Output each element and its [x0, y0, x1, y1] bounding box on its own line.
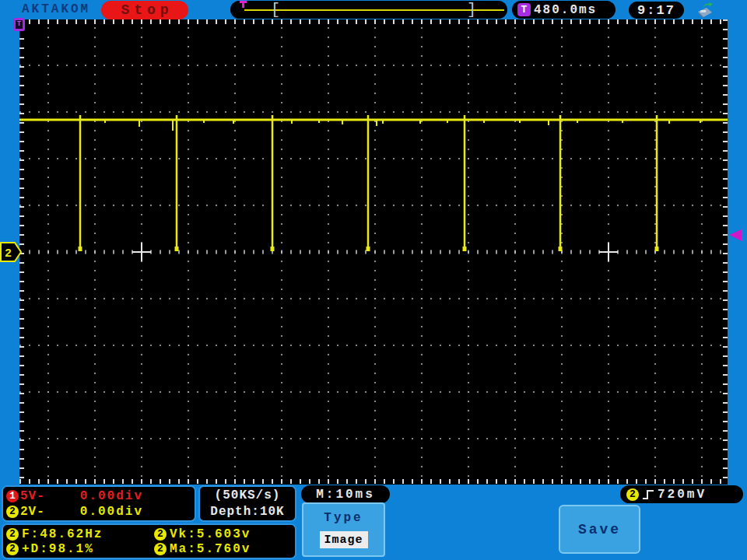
measurement-badge: 2 — [154, 543, 167, 555]
record-line — [244, 9, 504, 11]
rising-edge-icon — [642, 488, 655, 501]
menu-type-selected-option[interactable]: Image — [320, 531, 368, 548]
trigger-time-readout: T 480.0ms — [512, 1, 615, 19]
measurement-frequency: 2 F:48.62Hz — [6, 527, 154, 541]
menu-type-label: Type — [324, 511, 363, 525]
window-left-bracket: [ — [271, 1, 280, 19]
trigger-corner-marker-icon: T — [13, 18, 25, 31]
run-stop-label: Stop — [116, 2, 173, 18]
trigger-position-marker-icon[interactable] — [240, 1, 247, 8]
timebase-readout: M:10ms — [301, 485, 390, 503]
trigger-level-readout: 2 720mV — [620, 485, 743, 503]
ch2-zero-marker[interactable]: 2 — [0, 240, 23, 264]
window-right-bracket: ] — [467, 1, 476, 19]
measurement-value: Vk:5.603v — [170, 527, 251, 541]
trigger-time-value: 480.0ms — [534, 3, 597, 17]
measurement-vpk: 2 Vk:5.603v — [154, 527, 292, 541]
ch2-badge: 2 — [6, 506, 19, 518]
ch1-offset: 0.00div — [80, 489, 143, 503]
oscilloscope-screen: AKTAKOM Stop [ ] T 480.0ms 9:17 T 2 1 5V… — [0, 0, 747, 560]
brand-logo: AKTAKOM — [22, 2, 90, 16]
trigger-level-value: 720mV — [658, 488, 707, 502]
measurement-value: F:48.62Hz — [22, 527, 103, 541]
memory-depth: Depth:10K — [210, 505, 284, 519]
sample-rate: (50KS/s) — [215, 488, 281, 502]
acquisition-panel: (50KS/s) Depth:10K — [198, 485, 296, 522]
trigger-position-bar[interactable]: [ ] — [230, 1, 507, 19]
waveform-plot — [19, 19, 728, 485]
ch1-scale: 5V- — [20, 489, 45, 503]
trigger-t-icon: T — [517, 3, 531, 16]
measurement-max: 2 Ma:5.760v — [154, 541, 292, 556]
measurements-panel: 2 F:48.62Hz 2 Vk:5.603v 2 +D:98.1% 2 Ma:… — [2, 523, 296, 559]
measurement-badge: 2 — [6, 528, 19, 541]
ch2-marker-label: 2 — [5, 247, 12, 261]
usb-save-icon — [696, 2, 714, 19]
measurement-value: +D:98.1% — [22, 542, 94, 556]
measurement-badge: 2 — [6, 543, 19, 555]
measurement-value: Ma:5.760v — [170, 542, 251, 556]
clock: 9:17 — [629, 2, 684, 19]
ch1-badge: 1 — [6, 490, 19, 502]
trigger-source-badge: 2 — [626, 488, 639, 501]
trigger-level-arrow-icon[interactable] — [728, 229, 743, 243]
save-menu-panel: Type Image — [302, 502, 385, 557]
ch2-scale-row: 2 2V- 0.00div — [6, 504, 191, 519]
ch1-scale-row: 1 5V- 0.00div — [6, 488, 191, 503]
measurement-badge: 2 — [154, 528, 167, 541]
ch2-scale: 2V- — [20, 505, 45, 519]
channel-scale-panel: 1 5V- 0.00div 2 2V- 0.00div — [2, 485, 196, 522]
ch2-offset: 0.00div — [80, 505, 143, 519]
run-stop-indicator[interactable]: Stop — [101, 1, 188, 19]
save-button[interactable]: Save — [559, 505, 640, 554]
measurement-duty: 2 +D:98.1% — [6, 541, 154, 556]
